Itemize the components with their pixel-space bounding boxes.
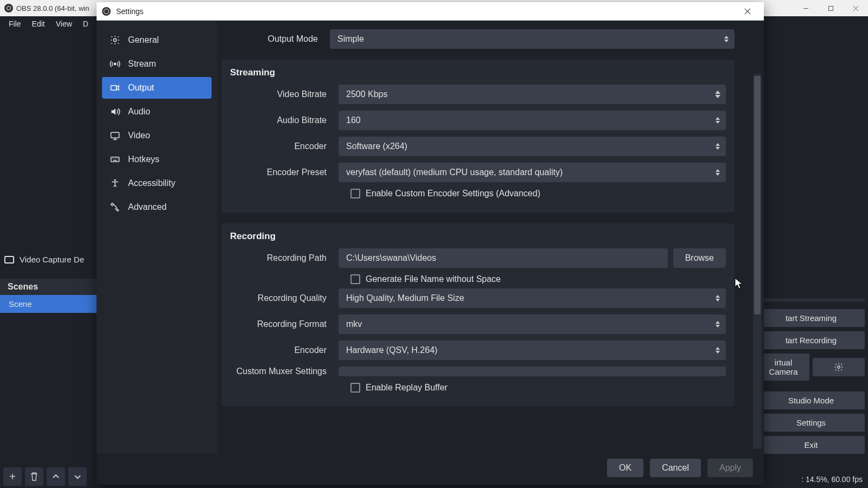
- video-bitrate-spinner[interactable]: 2500 Kbps: [339, 85, 726, 104]
- scrollbar-thumb[interactable]: [754, 76, 761, 314]
- sidebar-item-video[interactable]: Video: [102, 125, 212, 146]
- dialog-button-row: OK Cancel Apply: [97, 453, 764, 485]
- browse-button[interactable]: Browse: [673, 248, 726, 268]
- chevron-updown-icon: [720, 30, 732, 48]
- move-down-button[interactable]: [68, 467, 87, 486]
- recording-title: Recording: [230, 231, 726, 242]
- svg-rect-11: [111, 157, 119, 162]
- studio-mode-button[interactable]: Studio Mode: [757, 391, 865, 409]
- sidebar-item-output[interactable]: Output: [102, 77, 212, 99]
- settings-content: Output Mode Simple Streaming Video Bitra…: [217, 21, 764, 453]
- source-label: Video Capture De: [20, 255, 84, 264]
- tools-icon: [110, 202, 120, 213]
- streaming-encoder-label: Encoder: [230, 142, 339, 151]
- audio-bitrate-value: 160: [346, 115, 361, 125]
- recording-quality-select[interactable]: High Quality, Medium File Size: [339, 288, 726, 308]
- dialog-close-button[interactable]: [737, 2, 758, 21]
- scene-tools: +: [3, 467, 87, 486]
- virtual-camera-button[interactable]: irtual Camera: [757, 354, 809, 381]
- menu-d[interactable]: D: [78, 17, 94, 30]
- obs-logo-icon: [4, 4, 13, 12]
- keyboard-icon: [110, 154, 120, 165]
- enable-custom-encoder-checkbox[interactable]: [350, 189, 360, 198]
- svg-rect-9: [111, 86, 117, 90]
- output-mode-value: Simple: [337, 34, 364, 44]
- sidebar-item-hotkeys[interactable]: Hotkeys: [102, 149, 212, 170]
- recording-format-label: Recording Format: [230, 319, 339, 329]
- gear-icon: [834, 362, 844, 372]
- chevron-updown-icon: [712, 112, 724, 129]
- virtual-camera-settings-button[interactable]: [813, 358, 865, 376]
- accessibility-icon: [110, 178, 120, 189]
- recording-panel: Recording Recording Path C:\Users\swana\…: [221, 223, 735, 407]
- output-mode-select[interactable]: Simple: [330, 29, 735, 49]
- generate-filename-checkbox[interactable]: [350, 274, 360, 284]
- video-bitrate-value: 2500 Kbps: [346, 89, 388, 99]
- cancel-button[interactable]: Cancel: [650, 459, 701, 477]
- gear-icon: [110, 35, 120, 46]
- recording-quality-value: High Quality, Medium File Size: [346, 293, 464, 303]
- dialog-titlebar: Settings: [97, 2, 764, 21]
- dock-tab-strip: [757, 298, 865, 301]
- move-up-button[interactable]: [47, 467, 65, 486]
- monitor-icon: [110, 130, 120, 141]
- recording-path-input[interactable]: C:\Users\swana\Videos: [339, 248, 668, 268]
- chevron-updown-icon: [712, 316, 724, 333]
- scene-row[interactable]: Scene: [0, 295, 98, 313]
- audio-bitrate-label: Audio Bitrate: [230, 115, 339, 125]
- recording-path-value: C:\Users\swana\Videos: [346, 253, 436, 263]
- controls-dock: tart Streaming tart Recording irtual Cam…: [754, 298, 868, 454]
- encoder-preset-value: veryfast (default) (medium CPU usage, st…: [346, 168, 563, 177]
- chevron-updown-icon: [712, 290, 724, 307]
- start-recording-button[interactable]: tart Recording: [757, 331, 865, 349]
- source-item[interactable]: Video Capture De: [4, 255, 84, 264]
- recording-encoder-value: Hardware (QSV, H.264): [346, 345, 437, 355]
- settings-dialog: Settings General Stream Output Audio: [97, 2, 764, 485]
- menu-view[interactable]: View: [50, 17, 78, 30]
- generate-filename-label: Generate File Name without Space: [366, 274, 501, 284]
- recording-format-select[interactable]: mkv: [339, 314, 726, 334]
- encoder-preset-label: Encoder Preset: [230, 168, 339, 177]
- chevron-updown-icon: [712, 138, 724, 155]
- svg-point-18: [114, 179, 116, 181]
- sidebar-item-accessibility[interactable]: Accessibility: [102, 172, 212, 194]
- sidebar-item-label: Video: [128, 131, 150, 140]
- enable-replay-buffer-checkbox[interactable]: [350, 383, 360, 393]
- recording-format-value: mkv: [346, 319, 362, 329]
- exit-button[interactable]: Exit: [757, 436, 865, 454]
- sidebar-item-advanced[interactable]: Advanced: [102, 196, 212, 218]
- settings-button[interactable]: Settings: [757, 414, 865, 432]
- speaker-icon: [110, 106, 120, 117]
- recording-encoder-select[interactable]: Hardware (QSV, H.264): [339, 341, 726, 360]
- minimize-button[interactable]: [793, 0, 818, 16]
- broadcast-icon: [110, 59, 120, 69]
- menu-edit[interactable]: Edit: [27, 17, 50, 30]
- spinner-buttons-icon: [712, 86, 724, 103]
- remove-scene-button[interactable]: [25, 467, 43, 486]
- sidebar-item-audio[interactable]: Audio: [102, 101, 212, 123]
- sidebar-item-general[interactable]: General: [102, 29, 212, 51]
- add-scene-button[interactable]: +: [3, 467, 22, 486]
- sidebar-item-stream[interactable]: Stream: [102, 53, 212, 75]
- custom-muxer-input[interactable]: [339, 367, 726, 376]
- apply-button[interactable]: Apply: [707, 459, 753, 477]
- streaming-encoder-value: Software (x264): [346, 142, 407, 151]
- ok-button[interactable]: OK: [607, 459, 643, 477]
- obs-logo-icon: [102, 7, 111, 16]
- audio-bitrate-select[interactable]: 160: [339, 111, 726, 130]
- scrollbar[interactable]: [753, 74, 762, 449]
- close-button[interactable]: [843, 0, 868, 16]
- sidebar-item-label: Hotkeys: [128, 155, 159, 164]
- encoder-preset-select[interactable]: veryfast (default) (medium CPU usage, st…: [339, 163, 726, 182]
- sidebar-item-label: Audio: [128, 107, 150, 117]
- streaming-encoder-select[interactable]: Software (x264): [339, 137, 726, 156]
- status-text: : 14.5%, 60.00 fps: [801, 475, 863, 484]
- enable-replay-buffer-label: Enable Replay Buffer: [366, 383, 448, 393]
- sidebar-item-label: Stream: [128, 59, 156, 69]
- menu-file[interactable]: File: [3, 17, 27, 30]
- svg-point-4: [838, 366, 840, 369]
- window-controls: [793, 0, 868, 16]
- maximize-button[interactable]: [818, 0, 843, 16]
- start-streaming-button[interactable]: tart Streaming: [757, 309, 865, 327]
- recording-encoder-label: Encoder: [230, 345, 339, 355]
